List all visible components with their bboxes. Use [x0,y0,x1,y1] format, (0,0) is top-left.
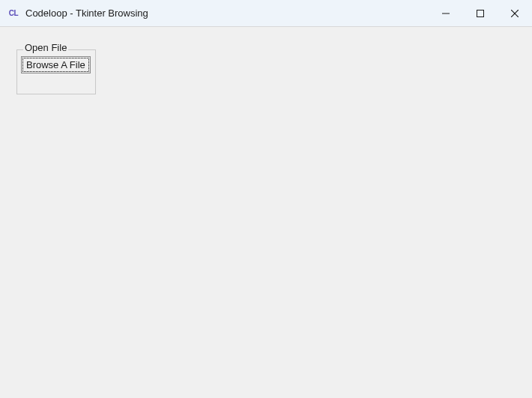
client-area: Open File Browse A File [0,27,532,398]
svg-rect-1 [477,10,484,16]
minimize-icon [442,10,450,17]
browse-file-button[interactable]: Browse A File [21,56,91,73]
window-title: Codeloop - Tkinter Browsing [25,7,429,19]
app-icon: CL [7,7,19,19]
window-controls [429,0,532,26]
titlebar: CL Codeloop - Tkinter Browsing [0,0,532,27]
frame-label: Open File [23,42,68,53]
maximize-button[interactable] [463,0,498,26]
app-icon-text: CL [9,9,18,17]
maximize-icon [477,10,484,17]
close-button[interactable] [498,0,532,26]
close-icon [511,10,519,17]
minimize-button[interactable] [429,0,463,26]
open-file-frame: Open File Browse A File [16,49,96,94]
